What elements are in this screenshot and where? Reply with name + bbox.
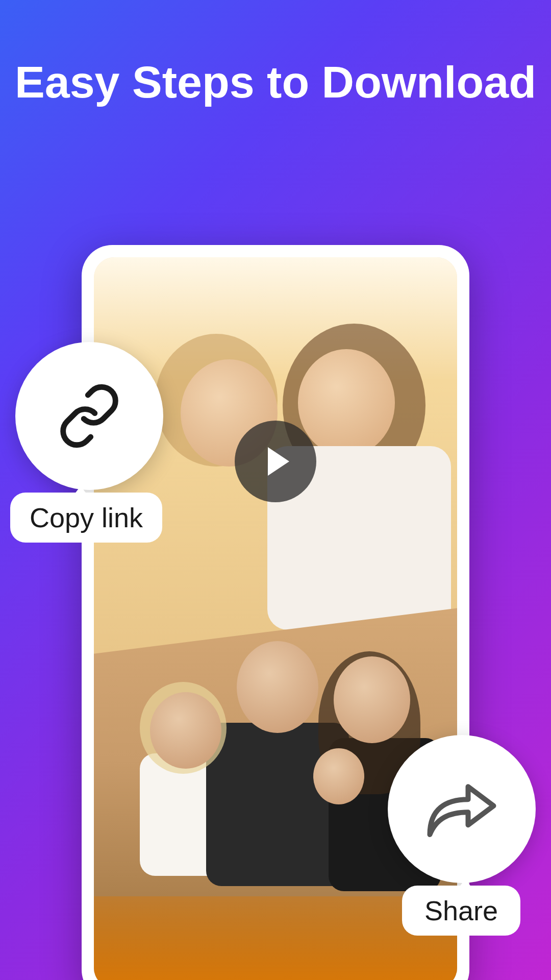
copy-link-label: Copy link <box>10 493 162 543</box>
copy-link-button[interactable] <box>15 342 163 490</box>
play-icon <box>262 447 289 476</box>
play-button[interactable] <box>235 421 316 502</box>
phone-screen <box>94 257 457 980</box>
share-button[interactable] <box>388 735 536 883</box>
phone-mockup <box>82 245 469 980</box>
page-title: Easy Steps to Download <box>0 0 551 108</box>
share-label: Share <box>402 886 520 936</box>
link-icon <box>56 383 122 449</box>
share-icon <box>423 776 500 842</box>
